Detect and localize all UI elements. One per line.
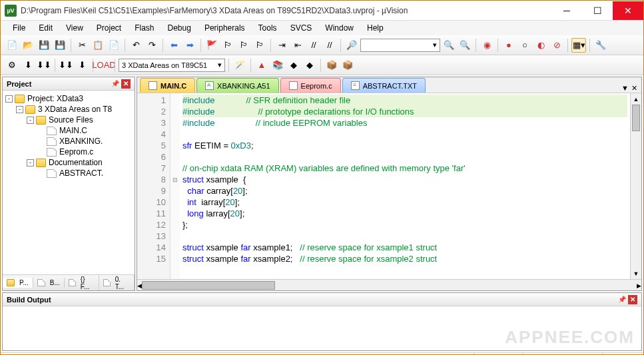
editor-tab-main-c[interactable]: MAIN.C — [140, 78, 195, 93]
build-output-pin-button[interactable]: 📌 — [617, 295, 627, 304]
nav-back-button[interactable]: ⬅ — [166, 38, 181, 53]
manage-books-button[interactable]: 📚 — [270, 58, 285, 73]
main-toolbar: 📄 📂 💾 💾 ✂ 📋 📄 ↶ ↷ ⬅ ➡ 🚩 🏳 🏳 🏳 ⇥ ⇤ // // … — [1, 35, 643, 55]
close-button[interactable]: ✕ — [613, 1, 643, 20]
menu-edit[interactable]: Edit — [33, 22, 58, 34]
open-file-button[interactable]: 📂 — [21, 38, 35, 53]
panel-tab-0[interactable]: P... — [3, 278, 33, 288]
outdent-button[interactable]: ⇤ — [290, 38, 305, 53]
breakpoint-kill-button[interactable]: ⊘ — [549, 38, 564, 53]
save-all-button[interactable]: 💾 — [53, 38, 67, 53]
editor-dropdown-button[interactable]: ▼ — [621, 84, 629, 93]
editor-tab-eeprom-c[interactable]: Eeprom.c — [280, 78, 341, 93]
panel-tab-3[interactable]: 0. T... — [99, 274, 135, 290]
project-tree[interactable]: -Project: XData3-3 XData Areas on T8-Sou… — [3, 91, 135, 274]
new-file-button[interactable]: 📄 — [5, 38, 19, 53]
project-panel-pin-button[interactable]: 📌 — [111, 79, 120, 89]
tree-group-0[interactable]: -Source Files — [4, 115, 133, 125]
download-button[interactable]: LOAD — [97, 58, 111, 73]
cut-button[interactable]: ✂ — [75, 38, 89, 53]
target-combo[interactable]: 3 XData Areas on T89C51▾ — [119, 59, 225, 72]
file-ext-button[interactable]: ▲ — [254, 58, 269, 73]
tree-file-1-0[interactable]: ABSTRACT. — [4, 168, 133, 178]
paste-button[interactable]: 📄 — [107, 38, 121, 53]
build-button[interactable]: ⬇ — [21, 58, 35, 73]
menu-help[interactable]: Help — [362, 22, 389, 34]
find-in-files-button[interactable]: 🔎 — [344, 38, 359, 53]
scroll-down-arrow[interactable]: ▼ — [631, 268, 641, 279]
breakpoint-enable-button[interactable]: ○ — [517, 38, 532, 53]
build-output-body[interactable]: APPNEE.COM — [3, 306, 641, 350]
project-panel-close-button[interactable]: ✕ — [121, 79, 131, 89]
vertical-scrollbar[interactable]: ▲ ▼ — [630, 93, 641, 279]
bookmark-prev-button[interactable]: 🏳 — [220, 38, 235, 53]
tree-file-0-0[interactable]: MAIN.C — [4, 125, 133, 136]
bookmark-clear-button[interactable]: 🏳 — [252, 38, 267, 53]
menu-svcs[interactable]: SVCS — [285, 22, 318, 34]
tree-project-root[interactable]: -Project: XData3 — [4, 93, 133, 104]
scroll-thumb[interactable] — [632, 105, 640, 131]
menu-debug[interactable]: Debug — [162, 22, 196, 34]
tree-group-1[interactable]: -Documentation — [4, 157, 133, 168]
editor-close-button[interactable]: ✕ — [631, 84, 637, 93]
menu-project[interactable]: Project — [91, 22, 127, 34]
file-icon — [47, 169, 57, 178]
scroll-up-arrow[interactable]: ▲ — [631, 93, 641, 105]
file-icon — [47, 127, 57, 135]
translate-button[interactable]: ⚙ — [5, 58, 19, 73]
fold-column[interactable]: ⊟ — [170, 93, 180, 279]
manage-rte-button[interactable]: ◆ — [286, 58, 301, 73]
target-options-button[interactable]: 🪄 — [232, 58, 247, 73]
find-button[interactable]: 🔍 — [442, 38, 456, 53]
window-layout-button[interactable]: ▦▾ — [571, 38, 586, 53]
comment-button[interactable]: // — [306, 38, 321, 53]
menu-tools[interactable]: Tools — [253, 22, 282, 34]
hscroll-thumb[interactable] — [142, 281, 275, 290]
minimize-button[interactable]: ─ — [551, 1, 582, 20]
build-output-close-button[interactable]: ✕ — [628, 295, 637, 304]
tree-file-0-2[interactable]: Eeprom.c — [4, 147, 133, 157]
save-button[interactable]: 💾 — [37, 38, 51, 53]
configure-button[interactable]: 🔧 — [593, 38, 608, 53]
rebuild-button[interactable]: ⬇⬇ — [37, 58, 51, 73]
bookmark-toggle-button[interactable]: 🚩 — [204, 38, 219, 53]
tree-target[interactable]: -3 XData Areas on T8 — [4, 104, 133, 115]
folder-icon — [15, 95, 25, 103]
menu-peripherals[interactable]: Peripherals — [199, 22, 250, 34]
horizontal-scrollbar[interactable]: ◀ ▶ — [137, 279, 641, 290]
select-pack-button[interactable]: ◆ — [302, 58, 317, 73]
scroll-right-arrow[interactable]: ▶ — [637, 280, 641, 291]
breakpoint-insert-button[interactable]: ● — [501, 38, 516, 53]
indent-button[interactable]: ⇥ — [274, 38, 289, 53]
bookmark-next-button[interactable]: 🏳 — [236, 38, 251, 53]
undo-button[interactable]: ↶ — [129, 38, 143, 53]
code-editor[interactable]: #include // SFR definition header file#i… — [180, 93, 630, 279]
menu-view[interactable]: View — [61, 22, 89, 34]
menu-flash[interactable]: Flash — [129, 22, 159, 34]
redo-button[interactable]: ↷ — [145, 38, 159, 53]
file-icon — [205, 81, 214, 90]
scroll-left-arrow[interactable]: ◀ — [137, 280, 142, 291]
nav-forward-button[interactable]: ➡ — [182, 38, 197, 53]
debug-start-button[interactable]: ◉ — [480, 38, 494, 53]
breakpoint-disable-button[interactable]: ◐ — [533, 38, 548, 53]
build-toolbar: ⚙ ⬇ ⬇⬇ ⬇⬇ ⬇ LOAD 3 XData Areas on T89C51… — [1, 55, 643, 75]
panel-tab-1[interactable]: B... — [33, 278, 65, 288]
tree-file-0-1[interactable]: XBANKING. — [4, 136, 133, 147]
editor-tab-xbanking-a51[interactable]: XBANKING.A51 — [196, 78, 278, 93]
maximize-button[interactable]: ☐ — [582, 1, 613, 20]
panel-tab-2[interactable]: {} F... — [65, 274, 99, 290]
find-combo[interactable]: ▾ — [360, 39, 440, 52]
menu-file[interactable]: File — [7, 22, 31, 34]
batch-build-button[interactable]: ⬇⬇ — [59, 58, 73, 73]
editor-tab-abstract-txt[interactable]: ABSTRACT.TXT — [342, 78, 426, 93]
pack-installer-button[interactable]: 📦 — [324, 58, 339, 73]
copy-button[interactable]: 📋 — [91, 38, 105, 53]
menu-window[interactable]: Window — [320, 22, 359, 34]
file-icon — [47, 137, 57, 146]
pack-installer2-button[interactable]: 📦 — [340, 58, 355, 73]
incremental-find-button[interactable]: 🔍 — [458, 38, 472, 53]
uncomment-button[interactable]: // — [322, 38, 337, 53]
stop-build-button[interactable]: ⬇ — [75, 58, 89, 73]
tab-icon — [103, 279, 111, 286]
